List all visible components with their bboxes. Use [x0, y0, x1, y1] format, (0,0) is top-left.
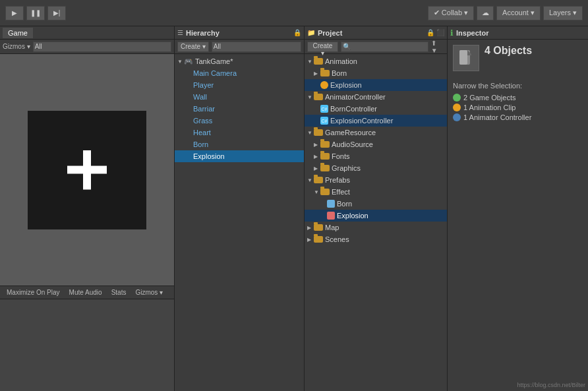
hierarchy-item-label: Explosion — [180, 152, 225, 160]
folder-icon — [320, 141, 330, 148]
project-item-audiosource[interactable]: ▶ AudioSource — [305, 138, 447, 150]
gizmos-label[interactable]: Gizmos ▾ — [3, 43, 30, 50]
pause-button[interactable]: ❚❚ — [26, 6, 45, 20]
scene-viewport — [0, 54, 174, 286]
dot-icon-green — [453, 94, 461, 102]
project-item-gameresource[interactable]: ▼ GameResource — [305, 127, 447, 138]
file-icon — [453, 45, 479, 71]
gizmos-search[interactable] — [33, 42, 171, 52]
expand-arrow: ▼ — [177, 59, 184, 65]
folder-icon — [314, 58, 323, 65]
main-layout: Game Gizmos ▾ Maximize On Play Mute Audi… — [0, 26, 588, 391]
project-item-label: Prefabs — [325, 176, 350, 184]
project-item-animator-folder[interactable]: ▼ AnimatorController — [305, 91, 447, 103]
playback-controls: ▶ ❚❚ ▶| — [5, 6, 66, 20]
project-item-explosion-prefab[interactable]: Explosion — [305, 210, 447, 222]
project-item-explosion-anim[interactable]: Explosion — [305, 79, 447, 91]
project-item-graphics[interactable]: ▶ Graphics — [305, 162, 447, 174]
inspector-row-anim-clip: 1 Animation Clip — [453, 104, 583, 111]
project-item-born-controller[interactable]: C# BornController — [305, 103, 447, 115]
project-item-prefabs[interactable]: ▼ Prefabs — [305, 174, 447, 186]
hierarchy-item-heart[interactable]: Heart — [175, 127, 304, 138]
svg-rect-1 — [459, 50, 467, 65]
hierarchy-header: ☰ Hierarchy 🔒 — [175, 26, 304, 40]
toolbar: ▶ ❚❚ ▶| ✔ Collab ▾ ☁ Account ▾ Layers ▾ — [0, 0, 588, 26]
expand-arrow: ▶ — [307, 225, 314, 231]
dot-icon-orange — [453, 104, 461, 111]
expand-arrow: ▼ — [307, 177, 314, 183]
project-item-label: Born — [332, 69, 347, 77]
play-button[interactable]: ▶ — [5, 6, 24, 20]
maximize-on-play-tab[interactable]: Maximize On Play — [3, 287, 64, 297]
project-header: 📁 Project 🔒 ⬛ — [305, 26, 447, 40]
project-item-scenes[interactable]: ▶ Scenes — [305, 233, 447, 245]
hierarchy-item-label: Player — [180, 81, 214, 89]
project-item-effect[interactable]: ▼ Effect — [305, 186, 447, 198]
project-item-label: Animation — [325, 57, 357, 65]
hierarchy-item-tankgame[interactable]: ▼ 🎮 TankGame* — [175, 55, 304, 67]
hierarchy-item-wall[interactable]: Wall — [175, 91, 304, 103]
inspector-icon: ℹ — [450, 28, 454, 38]
account-button[interactable]: Account ▾ — [496, 6, 541, 20]
folder-icon — [320, 153, 330, 160]
mute-audio-tab[interactable]: Mute Audio — [65, 287, 106, 297]
project-item-fonts[interactable]: ▶ Fonts — [305, 150, 447, 162]
anim-icon — [320, 81, 328, 89]
search-icon[interactable]: ⬆ ▼ — [431, 40, 444, 54]
layers-button[interactable]: Layers ▾ — [543, 6, 583, 20]
tab-game[interactable]: Game — [3, 28, 33, 38]
hierarchy-item-born[interactable]: Born — [175, 138, 304, 150]
project-item-label: AnimatorController — [325, 93, 386, 101]
hierarchy-item-label: TankGame* — [195, 57, 233, 65]
project-item-label: AudioSource — [332, 140, 373, 148]
hierarchy-item-explosion[interactable]: Explosion — [175, 150, 304, 162]
hierarchy-item-grass[interactable]: Grass — [175, 115, 304, 127]
hierarchy-item-label: Wall — [180, 93, 207, 101]
project-item-born-folder[interactable]: ▶ Born — [305, 67, 447, 79]
project-lock-icon[interactable]: 🔒 ⬛ — [426, 29, 444, 36]
project-item-map[interactable]: ▶ Map — [305, 222, 447, 233]
project-item-label: Born — [337, 200, 352, 208]
animator-label: 1 Animator Controller — [463, 113, 531, 121]
collab-button[interactable]: ✔ Collab ▾ — [428, 6, 474, 20]
scene-toolbar: Gizmos ▾ — [0, 40, 174, 54]
inspector-panel: ℹ Inspector 4 Objects Narrow the Selecti… — [448, 26, 588, 391]
crosshair-icon — [67, 150, 107, 190]
expand-arrow: ▼ — [314, 189, 320, 195]
stats-tab[interactable]: Stats — [107, 287, 131, 297]
step-button[interactable]: ▶| — [47, 6, 66, 20]
folder-icon — [314, 177, 323, 183]
project-search[interactable] — [341, 42, 428, 52]
project-item-label: Explosion — [330, 81, 362, 89]
cs-icon: C# — [320, 117, 328, 125]
game-objects-label: 2 Game Objects — [463, 94, 515, 102]
cloud-button[interactable]: ☁ — [477, 6, 494, 20]
expand-arrow: ▶ — [314, 142, 320, 148]
hierarchy-item-label: Heart — [180, 129, 211, 136]
hierarchy-item-label: Barriar — [180, 105, 215, 113]
expand-arrow: ▼ — [307, 59, 314, 65]
project-item-explosion-controller[interactable]: C# ExplosionController — [305, 115, 447, 127]
hierarchy-item-label: Main Camera — [180, 69, 237, 77]
hierarchy-item-player[interactable]: Player — [175, 79, 304, 91]
project-create-button[interactable]: Create ▾ — [307, 42, 338, 52]
project-title: Project — [318, 29, 342, 37]
dot-icon-blue — [453, 113, 461, 121]
gizmos-tab[interactable]: Gizmos ▾ — [131, 287, 167, 297]
hierarchy-item-main-camera[interactable]: Main Camera — [175, 67, 304, 79]
hierarchy-search[interactable] — [212, 42, 301, 52]
project-item-animation[interactable]: ▼ Animation — [305, 55, 447, 67]
folder-icon — [314, 94, 323, 100]
hierarchy-lock-icon[interactable]: 🔒 — [293, 29, 301, 36]
hierarchy-item-barriar[interactable]: Barriar — [175, 103, 304, 115]
inspector-title: Inspector — [456, 29, 489, 37]
anim-clip-label: 1 Animation Clip — [463, 104, 516, 111]
hierarchy-create-button[interactable]: Create ▾ — [177, 42, 209, 52]
watermark: https://blog.csdn.net/Bilter — [517, 382, 585, 388]
project-item-label: BornController — [330, 105, 377, 113]
expand-arrow: ▶ — [314, 154, 320, 160]
inspector-top: 4 Objects — [453, 45, 583, 76]
project-item-born-prefab[interactable]: Born — [305, 198, 447, 210]
project-item-label: Map — [325, 224, 339, 231]
bottom-content: https://blog.csdn.net/Bilter — [0, 299, 174, 391]
